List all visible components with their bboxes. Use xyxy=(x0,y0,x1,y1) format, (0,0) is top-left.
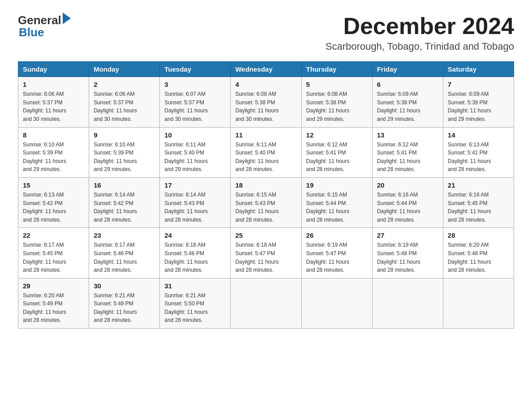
day-number: 25 xyxy=(235,231,296,239)
day-info: Sunrise: 6:17 AMSunset: 5:45 PMDaylight:… xyxy=(23,241,84,274)
day-number: 4 xyxy=(235,81,296,88)
day-info: Sunrise: 6:16 AMSunset: 5:45 PMDaylight:… xyxy=(448,191,509,224)
header-day-saturday: Saturday xyxy=(443,62,514,77)
calendar-cell xyxy=(372,278,443,328)
day-info: Sunrise: 6:14 AMSunset: 5:43 PMDaylight:… xyxy=(164,191,226,224)
week-row-1: 1Sunrise: 6:06 AMSunset: 5:37 PMDaylight… xyxy=(18,77,514,127)
month-title: December 2024 xyxy=(326,13,514,39)
location-subtitle: Scarborough, Tobago, Trinidad and Tobago xyxy=(326,41,514,52)
calendar-cell: 13Sunrise: 6:12 AMSunset: 5:41 PMDayligh… xyxy=(372,127,443,177)
day-number: 12 xyxy=(306,131,368,139)
day-number: 11 xyxy=(235,131,296,139)
day-info: Sunrise: 6:20 AMSunset: 5:48 PMDaylight:… xyxy=(448,241,509,274)
logo-arrow-icon xyxy=(63,13,71,24)
day-number: 13 xyxy=(377,131,438,139)
logo: General Blue xyxy=(18,13,71,39)
calendar-header: SundayMondayTuesdayWednesdayThursdayFrid… xyxy=(18,62,514,77)
day-info: Sunrise: 6:19 AMSunset: 5:48 PMDaylight:… xyxy=(377,241,438,274)
day-number: 16 xyxy=(94,181,155,189)
day-number: 30 xyxy=(94,282,155,290)
day-number: 24 xyxy=(164,231,226,239)
day-info: Sunrise: 6:19 AMSunset: 5:47 PMDaylight:… xyxy=(306,241,368,274)
calendar-cell: 24Sunrise: 6:18 AMSunset: 5:46 PMDayligh… xyxy=(160,228,231,278)
calendar-cell: 22Sunrise: 6:17 AMSunset: 5:45 PMDayligh… xyxy=(18,228,89,278)
day-number: 26 xyxy=(306,231,368,239)
calendar-cell: 17Sunrise: 6:14 AMSunset: 5:43 PMDayligh… xyxy=(160,177,231,227)
day-info: Sunrise: 6:14 AMSunset: 5:42 PMDaylight:… xyxy=(94,191,155,224)
day-number: 14 xyxy=(448,131,509,139)
day-info: Sunrise: 6:06 AMSunset: 5:37 PMDaylight:… xyxy=(94,90,155,123)
calendar-cell: 28Sunrise: 6:20 AMSunset: 5:48 PMDayligh… xyxy=(443,228,514,278)
calendar-cell: 10Sunrise: 6:11 AMSunset: 5:40 PMDayligh… xyxy=(160,127,231,177)
day-info: Sunrise: 6:09 AMSunset: 5:38 PMDaylight:… xyxy=(377,90,438,123)
day-info: Sunrise: 6:16 AMSunset: 5:44 PMDaylight:… xyxy=(377,191,438,224)
calendar-cell: 16Sunrise: 6:14 AMSunset: 5:42 PMDayligh… xyxy=(89,177,160,227)
header-row: SundayMondayTuesdayWednesdayThursdayFrid… xyxy=(18,62,514,77)
calendar-cell: 3Sunrise: 6:07 AMSunset: 5:37 PMDaylight… xyxy=(160,77,231,127)
day-info: Sunrise: 6:09 AMSunset: 5:39 PMDaylight:… xyxy=(448,90,509,123)
calendar-cell xyxy=(443,278,514,328)
day-info: Sunrise: 6:17 AMSunset: 5:46 PMDaylight:… xyxy=(94,241,155,274)
title-area: December 2024 Scarborough, Tobago, Trini… xyxy=(326,13,514,52)
day-number: 31 xyxy=(164,282,226,290)
calendar-cell: 26Sunrise: 6:19 AMSunset: 5:47 PMDayligh… xyxy=(301,228,372,278)
day-number: 18 xyxy=(235,181,296,189)
header-day-monday: Monday xyxy=(89,62,160,77)
header-day-tuesday: Tuesday xyxy=(160,62,231,77)
page-header: General Blue December 2024 Scarborough, … xyxy=(18,13,514,52)
calendar-cell: 25Sunrise: 6:18 AMSunset: 5:47 PMDayligh… xyxy=(231,228,301,278)
day-number: 3 xyxy=(164,81,226,88)
calendar-cell xyxy=(301,278,372,328)
calendar-table: SundayMondayTuesdayWednesdayThursdayFrid… xyxy=(18,61,514,329)
logo-blue-text: Blue xyxy=(18,26,44,39)
calendar-cell: 20Sunrise: 6:16 AMSunset: 5:44 PMDayligh… xyxy=(372,177,443,227)
calendar-cell: 19Sunrise: 6:15 AMSunset: 5:44 PMDayligh… xyxy=(301,177,372,227)
day-info: Sunrise: 6:21 AMSunset: 5:50 PMDaylight:… xyxy=(164,291,226,325)
day-number: 6 xyxy=(377,81,438,88)
day-number: 1 xyxy=(23,81,84,88)
day-info: Sunrise: 6:21 AMSunset: 5:49 PMDaylight:… xyxy=(94,291,155,325)
week-row-5: 29Sunrise: 6:20 AMSunset: 5:49 PMDayligh… xyxy=(18,278,514,328)
header-day-wednesday: Wednesday xyxy=(231,62,301,77)
day-info: Sunrise: 6:15 AMSunset: 5:44 PMDaylight:… xyxy=(306,191,368,224)
calendar-cell: 31Sunrise: 6:21 AMSunset: 5:50 PMDayligh… xyxy=(160,278,231,328)
day-info: Sunrise: 6:20 AMSunset: 5:49 PMDaylight:… xyxy=(23,291,84,325)
day-number: 19 xyxy=(306,181,368,189)
day-number: 20 xyxy=(377,181,438,189)
day-number: 28 xyxy=(448,231,509,239)
day-info: Sunrise: 6:18 AMSunset: 5:46 PMDaylight:… xyxy=(164,241,226,274)
calendar-cell: 29Sunrise: 6:20 AMSunset: 5:49 PMDayligh… xyxy=(18,278,89,328)
day-info: Sunrise: 6:10 AMSunset: 5:39 PMDaylight:… xyxy=(94,141,155,174)
calendar-cell: 21Sunrise: 6:16 AMSunset: 5:45 PMDayligh… xyxy=(443,177,514,227)
calendar-cell: 2Sunrise: 6:06 AMSunset: 5:37 PMDaylight… xyxy=(89,77,160,127)
day-info: Sunrise: 6:15 AMSunset: 5:43 PMDaylight:… xyxy=(235,191,296,224)
day-number: 7 xyxy=(448,81,509,88)
calendar-cell: 4Sunrise: 6:08 AMSunset: 5:38 PMDaylight… xyxy=(231,77,301,127)
calendar-cell: 8Sunrise: 6:10 AMSunset: 5:39 PMDaylight… xyxy=(18,127,89,177)
day-number: 10 xyxy=(164,131,226,139)
week-row-4: 22Sunrise: 6:17 AMSunset: 5:45 PMDayligh… xyxy=(18,228,514,278)
calendar-cell: 27Sunrise: 6:19 AMSunset: 5:48 PMDayligh… xyxy=(372,228,443,278)
calendar-cell: 14Sunrise: 6:13 AMSunset: 5:41 PMDayligh… xyxy=(443,127,514,177)
day-number: 2 xyxy=(94,81,155,88)
day-info: Sunrise: 6:08 AMSunset: 5:38 PMDaylight:… xyxy=(235,90,296,123)
day-info: Sunrise: 6:11 AMSunset: 5:40 PMDaylight:… xyxy=(164,141,226,174)
day-number: 29 xyxy=(23,282,84,290)
day-info: Sunrise: 6:06 AMSunset: 5:37 PMDaylight:… xyxy=(23,90,84,123)
header-day-sunday: Sunday xyxy=(18,62,89,77)
day-info: Sunrise: 6:13 AMSunset: 5:42 PMDaylight:… xyxy=(23,191,84,224)
day-info: Sunrise: 6:08 AMSunset: 5:38 PMDaylight:… xyxy=(306,90,368,123)
calendar-cell: 1Sunrise: 6:06 AMSunset: 5:37 PMDaylight… xyxy=(18,77,89,127)
day-info: Sunrise: 6:11 AMSunset: 5:40 PMDaylight:… xyxy=(235,141,296,174)
week-row-3: 15Sunrise: 6:13 AMSunset: 5:42 PMDayligh… xyxy=(18,177,514,227)
day-info: Sunrise: 6:12 AMSunset: 5:41 PMDaylight:… xyxy=(306,141,368,174)
day-number: 9 xyxy=(94,131,155,139)
day-info: Sunrise: 6:10 AMSunset: 5:39 PMDaylight:… xyxy=(23,141,84,174)
header-day-thursday: Thursday xyxy=(301,62,372,77)
calendar-cell: 9Sunrise: 6:10 AMSunset: 5:39 PMDaylight… xyxy=(89,127,160,177)
calendar-cell: 7Sunrise: 6:09 AMSunset: 5:39 PMDaylight… xyxy=(443,77,514,127)
calendar-cell: 30Sunrise: 6:21 AMSunset: 5:49 PMDayligh… xyxy=(89,278,160,328)
week-row-2: 8Sunrise: 6:10 AMSunset: 5:39 PMDaylight… xyxy=(18,127,514,177)
day-info: Sunrise: 6:12 AMSunset: 5:41 PMDaylight:… xyxy=(377,141,438,174)
calendar-cell xyxy=(231,278,301,328)
